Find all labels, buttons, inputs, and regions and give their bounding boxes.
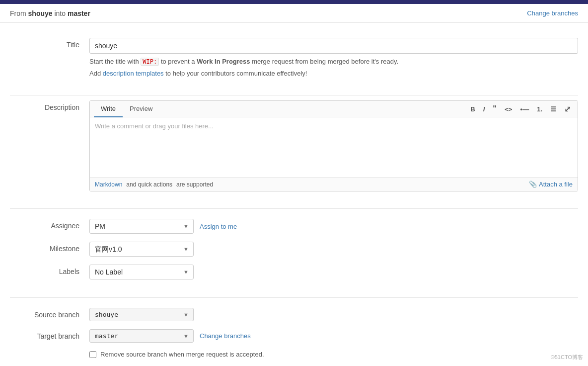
attach-icon: 📎 [529, 181, 537, 188]
tab-preview[interactable]: Preview [123, 101, 159, 117]
milestone-select-wrap: 官网v1.0 No Milestone ▼ [89, 242, 194, 257]
fullscreen-button[interactable]: ⤢ [561, 102, 574, 116]
milestone-row: Milestone 官网v1.0 No Milestone ▼ [10, 242, 578, 257]
wip-hint: Start the title with WIP: to prevent a W… [89, 57, 578, 67]
description-label: Description [10, 100, 89, 111]
title-label: Title [10, 38, 89, 49]
editor-footer: Markdown and quick actions are supported… [90, 177, 578, 191]
labels-label: Labels [10, 265, 89, 275]
attach-label: Attach a file [539, 181, 573, 188]
target-branch-select[interactable]: master shouye [89, 329, 194, 343]
hint-wip-prefix: Start the title with [89, 58, 139, 65]
title-control-wrap: Start the title with WIP: to prevent a W… [89, 38, 578, 78]
top-bar [0, 0, 588, 4]
description-editor: Write Preview B I " <> •— 1. ☰ ⤢ [89, 100, 578, 191]
quote-button[interactable]: " [490, 102, 500, 115]
title-row: Title Start the title with WIP: to preve… [10, 38, 578, 78]
watermark: ©51CTO博客 [551, 354, 583, 361]
wip-code: WIP: [141, 58, 159, 66]
description-control-wrap: Write Preview B I " <> •— 1. ☰ ⤢ [89, 100, 578, 191]
hint-wip-suffix: to prevent a [161, 58, 197, 65]
title-input[interactable] [89, 38, 578, 54]
description-template-hint: Add description templates to help your c… [89, 69, 578, 79]
hint-desc-suffix: to help your contributors communicate ef… [165, 70, 307, 77]
and-quick-actions: and quick actions [126, 181, 172, 188]
editor-tab-group: Write Preview [94, 101, 159, 117]
italic-button[interactable]: I [480, 103, 488, 115]
main-content: Title Start the title with WIP: to preve… [0, 23, 588, 366]
target-branch-row: Target branch master shouye ▼ Change bra… [10, 329, 578, 343]
checkbox-row: Remove source branch when merge request … [10, 351, 578, 358]
editor-tabs: Write Preview B I " <> •— 1. ☰ ⤢ [90, 101, 578, 117]
title-section: Title Start the title with WIP: to preve… [10, 33, 578, 95]
code-button[interactable]: <> [502, 103, 515, 115]
editor-toolbar: B I " <> •— 1. ☰ ⤢ [467, 102, 574, 116]
header-strip: From shouye into master Change branches [0, 4, 588, 23]
description-templates-link[interactable]: description templates [103, 70, 164, 77]
hint-wip-bold: Work In Progress [197, 58, 250, 65]
labels-row: Labels No Label ▼ [10, 265, 578, 279]
editor-footer-links: Markdown and quick actions are supported [95, 181, 213, 188]
assignee-row: Assignee PM Unassigned ▼ Assign to me [10, 219, 578, 234]
ordered-list-button[interactable]: 1. [534, 103, 545, 115]
branch-info: From shouye into master [10, 9, 90, 17]
target-branch-control: master shouye ▼ Change branches [89, 329, 578, 343]
description-section: Description Write Preview B I " <> • [10, 95, 578, 209]
source-branch-label: Source branch [10, 308, 89, 319]
markdown-link[interactable]: Markdown [95, 181, 122, 188]
target-branch-select-wrap: master shouye ▼ [89, 329, 194, 343]
source-branch-select[interactable]: shouye master [89, 308, 194, 321]
labels-select-wrap: No Label ▼ [89, 265, 194, 279]
editor-body[interactable]: Write a comment or drag your files here.… [90, 117, 578, 177]
target-branch-label: Target branch [10, 329, 89, 340]
description-row: Description Write Preview B I " <> • [10, 100, 578, 191]
from-label: From [10, 9, 26, 17]
assignee-select[interactable]: PM Unassigned [89, 219, 194, 234]
milestone-control: 官网v1.0 No Milestone ▼ [89, 242, 578, 257]
bold-button[interactable]: B [467, 103, 478, 115]
are-supported: are supported [176, 181, 213, 188]
remove-branch-label: Remove source branch when merge request … [100, 351, 264, 358]
assignee-control: PM Unassigned ▼ Assign to me [89, 219, 578, 234]
assign-me-link[interactable]: Assign to me [200, 223, 237, 230]
meta-section: Assignee PM Unassigned ▼ Assign to me Mi… [10, 209, 578, 298]
remove-branch-checkbox[interactable] [89, 351, 96, 358]
into-label: into [54, 9, 66, 17]
attach-file-link[interactable]: 📎 Attach a file [529, 181, 573, 188]
milestone-label: Milestone [10, 242, 89, 253]
branch-section: Source branch shouye master ▼ Target bra… [10, 298, 578, 366]
from-branch: shouye [28, 9, 53, 17]
target-branch: master [68, 9, 90, 17]
labels-select[interactable]: No Label [89, 265, 194, 279]
change-branches-header-link[interactable]: Change branches [527, 9, 578, 17]
milestone-select[interactable]: 官网v1.0 No Milestone [89, 242, 194, 257]
hint-wip-end: merge request from being merged before i… [252, 58, 398, 65]
tab-write[interactable]: Write [94, 101, 123, 117]
source-branch-row: Source branch shouye master ▼ [10, 308, 578, 321]
assignee-label: Assignee [10, 219, 89, 230]
source-branch-control: shouye master ▼ [89, 308, 578, 321]
labels-control: No Label ▼ [89, 265, 578, 279]
unordered-list-button[interactable]: •— [517, 103, 532, 115]
editor-placeholder: Write a comment or drag your files here.… [95, 122, 573, 130]
task-list-button[interactable]: ☰ [547, 103, 559, 115]
change-branches-link[interactable]: Change branches [200, 332, 251, 340]
assignee-select-wrap: PM Unassigned ▼ [89, 219, 194, 234]
source-branch-select-wrap: shouye master ▼ [89, 308, 194, 321]
hint-add: Add [89, 70, 101, 77]
